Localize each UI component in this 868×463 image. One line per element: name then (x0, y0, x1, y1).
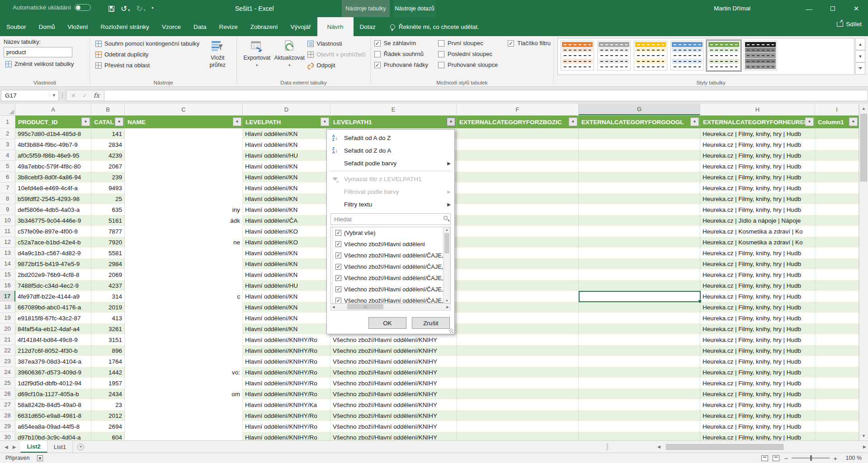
cell-heureka[interactable]: Heureka.cz | Filmy, knihy, hry | Hudb (700, 193, 815, 204)
row-number[interactable]: 26 (0, 388, 15, 399)
cell-catalog[interactable]: 2834 (91, 139, 125, 150)
cell-name[interactable]: c (125, 291, 243, 302)
cell-google[interactable] (579, 367, 700, 378)
row-number[interactable]: 20 (0, 323, 15, 334)
cell-product-id[interactable]: e91815f8-67fc-43c2-87 (15, 313, 91, 323)
cell-catalog[interactable]: 1764 (91, 356, 125, 367)
ribbon-tab[interactable]: Zobrazení (244, 17, 284, 36)
cell-zbozi[interactable] (457, 269, 579, 280)
ribbon-tab[interactable]: Dotaz (354, 17, 382, 36)
resize-grip[interactable] (449, 328, 453, 333)
row-number[interactable]: 11 (0, 226, 15, 237)
unlink-button[interactable]: Odpojit (306, 61, 367, 70)
cell-google[interactable] (579, 302, 700, 313)
row-number[interactable]: 19 (0, 313, 15, 323)
cell-heureka[interactable]: Heureka.cz | Filmy, knihy, hry | Hudb (700, 280, 815, 291)
filter-list-item[interactable]: ✓ (Vybrat vše) (331, 227, 450, 239)
cell-levelpath1[interactable]: Všechno zboží/Hlavní oddělení/KNIHY (330, 356, 457, 367)
cell-heureka[interactable]: Heureka.cz | Filmy, knihy, hry | Hudb (700, 150, 815, 161)
table-style-swatch[interactable] (561, 41, 594, 70)
filter-list-item[interactable]: ✓ Všechno zboží/Hlavní oddělení/ČAJE, B (331, 272, 450, 284)
cell-name[interactable] (125, 399, 243, 410)
styles-more-button[interactable]: ▼ (855, 62, 865, 75)
cell-catalog[interactable]: 3151 (91, 334, 125, 345)
cell-column1[interactable] (815, 291, 859, 302)
cell-catalog[interactable]: 23 (91, 399, 125, 410)
cell-heureka[interactable]: Heureka.cz | Filmy, knihy, hry | Hudb (700, 323, 815, 334)
filter-list-item[interactable]: ✓ Všechno zboží/Hlavní oddělení/ČAJE, B (331, 261, 450, 272)
cell-zbozi[interactable] (457, 237, 579, 248)
cell-product-id[interactable]: af0c5f59-f86b-46e9-95 (15, 150, 91, 161)
cell-column1[interactable] (815, 313, 859, 323)
cell-catalog[interactable]: 2434 (91, 388, 125, 399)
checkbox-icon[interactable]: ✓ (335, 298, 341, 304)
cell-name[interactable]: ádk (125, 215, 243, 226)
cell-column1[interactable] (815, 356, 859, 367)
cell-heureka[interactable]: Heureka.cz | Kosmetika a zdraví | Ko (700, 226, 815, 237)
row-number[interactable]: 16 (0, 280, 15, 291)
cell-levelpath[interactable]: Hlavní oddělení/KN (243, 161, 330, 172)
cell-product-id[interactable]: 3b346775-9c04-446e-9 (15, 215, 91, 226)
cell-google[interactable] (579, 345, 700, 356)
table-style-swatch[interactable] (597, 41, 631, 70)
column-letter[interactable]: C (125, 104, 243, 115)
column-letter[interactable]: I (815, 104, 859, 115)
cell-catalog[interactable]: 2019 (91, 302, 125, 313)
ribbon-tab[interactable]: Vzorce (156, 17, 187, 36)
cell-catalog[interactable]: 635 (91, 204, 125, 215)
checkbox-banded-rows[interactable]: ✓Pruhované řádky (374, 61, 428, 68)
column-letter[interactable]: A (15, 104, 91, 115)
cell-heureka[interactable]: Heureka.cz | Filmy, knihy, hry | Hudb (700, 302, 815, 313)
page-break-view-icon[interactable] (773, 455, 779, 461)
cell-zbozi[interactable] (457, 172, 579, 182)
cell-heureka[interactable]: Heureka.cz | Filmy, knihy, hry | Hudb (700, 334, 815, 345)
cell-product-id[interactable]: 212d7c6f-8052-4f30-b (15, 345, 91, 356)
cell-column1[interactable] (815, 193, 859, 204)
zoom-level[interactable]: 100 % (842, 455, 862, 461)
checkbox-first-column[interactable]: První sloupec (438, 40, 498, 47)
cell-name[interactable]: ne (125, 237, 243, 248)
menu-item-sort-by-color[interactable]: Seřadit podle barvy ▶ (327, 157, 454, 169)
cell-column1[interactable] (815, 280, 859, 291)
zoom-in-icon[interactable]: + (833, 454, 837, 462)
cell-levelpath[interactable]: Hlavní oddělení/KN (243, 128, 330, 139)
cell-name[interactable] (125, 280, 243, 291)
cell-name[interactable] (125, 356, 243, 367)
header-externalcategoryforheureka[interactable]: EXTERNALCATEGORYFORHEUREH▼ (700, 116, 815, 128)
cell-zbozi[interactable] (457, 248, 579, 258)
cell-product-id[interactable]: 387ea379-08d3-4104-a (15, 356, 91, 367)
row-number[interactable]: 9 (0, 204, 15, 215)
header-column1[interactable]: Column1▼ (815, 116, 859, 128)
cell-column1[interactable] (815, 128, 859, 139)
cell-product-id[interactable]: 4fe97dff-b22e-4144-a9 (15, 291, 91, 302)
cell-zbozi[interactable] (457, 367, 579, 378)
cell-levelpath1[interactable]: Všechno zboží/Hlavní oddělení/KNIHY (330, 334, 457, 345)
tell-me-box[interactable]: Řekněte mi, co chcete udělat. (390, 17, 479, 36)
ribbon-tab[interactable]: Soubor (0, 17, 33, 36)
cell-levelpath1[interactable]: Všechno zboží/Hlavní oddělení/KNIHY (330, 378, 457, 388)
filter-list-item[interactable]: ✓ Všechno zboží/Hlavní oddělení/ČAJE, B (331, 295, 450, 304)
cell-levelpath[interactable]: Hlavní oddělení/KNIHY/Ro (243, 356, 330, 367)
cell-product-id[interactable]: 995c7d80-d1b4-485d-8 (15, 128, 91, 139)
cell-heureka[interactable]: Heureka.cz | Filmy, knihy, hry | Hudb (700, 128, 815, 139)
new-sheet-button[interactable]: + (73, 441, 89, 453)
cell-zbozi[interactable] (457, 193, 579, 204)
row-number[interactable]: 28 (0, 410, 15, 421)
list-horizontal-scrollbar[interactable]: ◀ ▶ (330, 304, 451, 311)
cell-catalog[interactable]: 1442 (91, 367, 125, 378)
table-style-swatch[interactable] (707, 41, 741, 70)
row-number[interactable]: 22 (0, 345, 15, 356)
cell-catalog[interactable]: 2069 (91, 269, 125, 280)
cell-google[interactable] (579, 388, 700, 399)
cell-column1[interactable] (815, 139, 859, 150)
cell-column1[interactable] (815, 334, 859, 345)
cell-levelpath[interactable]: Hlavní oddělení/HU (243, 150, 330, 161)
cell-catalog[interactable]: 7920 (91, 237, 125, 248)
cell-levelpath[interactable]: Hlavní oddělení/KNIHY/Ro (243, 378, 330, 388)
cell-zbozi[interactable] (457, 334, 579, 345)
filter-dropdown-icon[interactable]: ▼ (321, 117, 329, 126)
cell-product-id[interactable]: 3b8cebf3-8d0f-4a86-94 (15, 172, 91, 182)
row-number[interactable]: 24 (0, 367, 15, 378)
cell-column1[interactable] (815, 302, 859, 313)
checkbox-icon[interactable]: ✓ (335, 230, 341, 236)
